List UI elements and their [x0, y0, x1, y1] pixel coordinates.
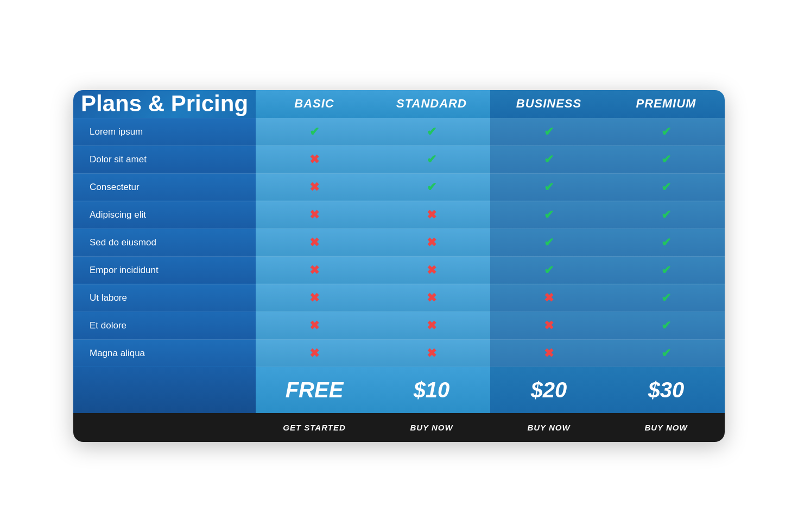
feature-row: Consectetur✖✔✔✔ — [73, 173, 725, 201]
feature-cell-business: ✖ — [490, 284, 607, 312]
plan-header-premium: PREMIUM — [607, 90, 725, 118]
buy-now-button-standard[interactable]: BUY NOW — [373, 413, 490, 442]
button-empty-cell — [73, 413, 256, 442]
get-started-button[interactable]: GET STARTED — [256, 413, 373, 442]
feature-cell-basic: ✖ — [256, 339, 373, 367]
cross-icon: ✖ — [427, 263, 436, 277]
feature-name: Lorem ipsum — [73, 118, 256, 145]
check-icon: ✔ — [661, 346, 671, 360]
feature-cell-standard: ✖ — [373, 201, 490, 229]
pricing-table-wrapper: Plans & Pricing BASIC STANDARD BUSINESS … — [73, 90, 725, 441]
feature-cell-premium: ✔ — [607, 118, 725, 145]
price-premium: $30 — [607, 367, 725, 413]
check-icon: ✔ — [544, 208, 554, 221]
feature-cell-basic: ✖ — [256, 145, 373, 173]
button-basic-cell: GET STARTED — [256, 413, 373, 442]
cross-icon: ✖ — [309, 180, 319, 194]
feature-row: Ut labore✖✖✖✔ — [73, 284, 725, 312]
feature-cell-standard: ✔ — [373, 118, 490, 145]
title-cell: Plans & Pricing — [73, 90, 256, 118]
buy-now-button-premium[interactable]: BUY NOW — [607, 413, 725, 442]
feature-cell-standard: ✖ — [373, 229, 490, 256]
pricing-table: Plans & Pricing BASIC STANDARD BUSINESS … — [73, 90, 725, 441]
feature-cell-premium: ✔ — [607, 145, 725, 173]
cross-icon: ✖ — [427, 291, 436, 305]
feature-cell-business: ✔ — [490, 256, 607, 284]
cross-icon: ✖ — [544, 291, 554, 305]
feature-name: Empor incididunt — [73, 256, 256, 284]
header-row: Plans & Pricing BASIC STANDARD BUSINESS … — [73, 90, 725, 118]
cross-icon: ✖ — [427, 208, 436, 221]
feature-cell-basic: ✖ — [256, 256, 373, 284]
feature-row: Empor incididunt✖✖✔✔ — [73, 256, 725, 284]
feature-cell-basic: ✖ — [256, 173, 373, 201]
price-basic: FREE — [256, 367, 373, 413]
check-icon: ✔ — [544, 153, 554, 166]
feature-cell-premium: ✔ — [607, 256, 725, 284]
feature-row: Lorem ipsum✔✔✔✔ — [73, 118, 725, 145]
feature-cell-business: ✔ — [490, 145, 607, 173]
cross-icon: ✖ — [309, 208, 319, 221]
page-title: Plans & Pricing — [73, 90, 256, 117]
check-icon: ✔ — [544, 125, 554, 138]
cross-icon: ✖ — [309, 263, 319, 277]
feature-name: Ut labore — [73, 284, 256, 312]
check-icon: ✔ — [661, 125, 671, 138]
button-row: GET STARTED BUY NOW BUY NOW BUY NOW — [73, 413, 725, 442]
feature-cell-basic: ✖ — [256, 312, 373, 339]
cross-icon: ✖ — [309, 153, 319, 166]
feature-name: Consectetur — [73, 173, 256, 201]
buy-now-button-business[interactable]: BUY NOW — [490, 413, 607, 442]
check-icon: ✔ — [544, 263, 554, 277]
feature-name: Adipiscing elit — [73, 201, 256, 229]
feature-cell-business: ✔ — [490, 201, 607, 229]
cross-icon: ✖ — [427, 236, 436, 249]
check-icon: ✔ — [427, 180, 436, 194]
feature-cell-premium: ✔ — [607, 229, 725, 256]
feature-name: Sed do eiusmod — [73, 229, 256, 256]
check-icon: ✔ — [661, 208, 671, 221]
cross-icon: ✖ — [309, 346, 319, 360]
feature-cell-basic: ✖ — [256, 201, 373, 229]
cross-icon: ✖ — [309, 291, 319, 305]
feature-cell-premium: ✔ — [607, 312, 725, 339]
check-icon: ✔ — [661, 153, 671, 166]
feature-cell-premium: ✔ — [607, 284, 725, 312]
feature-row: Magna aliqua✖✖✖✔ — [73, 339, 725, 367]
plan-header-standard: STANDARD — [373, 90, 490, 118]
feature-row: Adipiscing elit✖✖✔✔ — [73, 201, 725, 229]
check-icon: ✔ — [661, 319, 671, 332]
button-premium-cell: BUY NOW — [607, 413, 725, 442]
feature-cell-business: ✔ — [490, 229, 607, 256]
feature-cell-basic: ✖ — [256, 284, 373, 312]
plan-header-basic: BASIC — [256, 90, 373, 118]
check-icon: ✔ — [661, 263, 671, 277]
check-icon: ✔ — [544, 180, 554, 194]
feature-cell-business: ✔ — [490, 118, 607, 145]
feature-cell-standard: ✔ — [373, 173, 490, 201]
feature-row: Et dolore✖✖✖✔ — [73, 312, 725, 339]
check-icon: ✔ — [661, 180, 671, 194]
feature-row: Sed do eiusmod✖✖✔✔ — [73, 229, 725, 256]
cross-icon: ✖ — [427, 319, 436, 332]
feature-name: Dolor sit amet — [73, 145, 256, 173]
button-business-cell: BUY NOW — [490, 413, 607, 442]
price-business: $20 — [490, 367, 607, 413]
cross-icon: ✖ — [544, 346, 554, 360]
feature-name: Et dolore — [73, 312, 256, 339]
feature-cell-basic: ✔ — [256, 118, 373, 145]
feature-cell-standard: ✖ — [373, 312, 490, 339]
price-standard: $10 — [373, 367, 490, 413]
check-icon: ✔ — [309, 125, 319, 138]
cross-icon: ✖ — [309, 236, 319, 249]
check-icon: ✔ — [661, 236, 671, 249]
button-standard-cell: BUY NOW — [373, 413, 490, 442]
check-icon: ✔ — [427, 125, 436, 138]
feature-cell-premium: ✔ — [607, 339, 725, 367]
feature-cell-business: ✖ — [490, 312, 607, 339]
feature-cell-premium: ✔ — [607, 173, 725, 201]
cross-icon: ✖ — [309, 319, 319, 332]
check-icon: ✔ — [544, 236, 554, 249]
feature-cell-basic: ✖ — [256, 229, 373, 256]
cross-icon: ✖ — [427, 346, 436, 360]
